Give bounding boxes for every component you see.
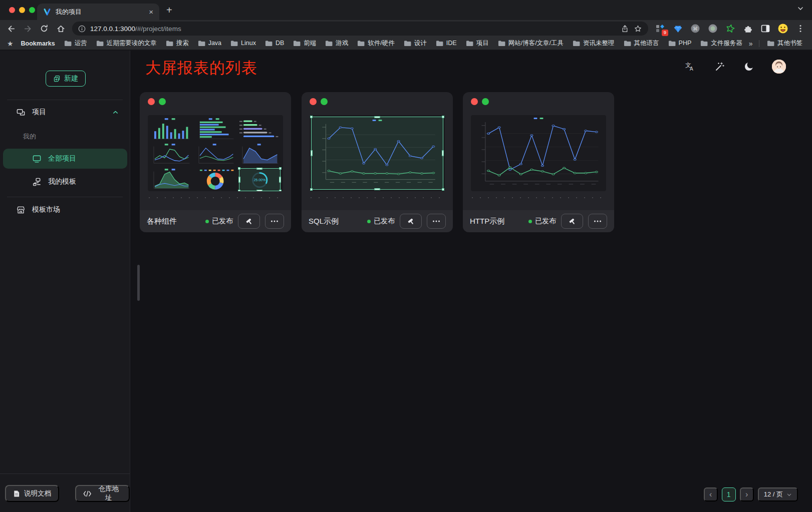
bookmark-folder[interactable]: 文件服务器	[698, 39, 745, 49]
sidebar-item-my-templates[interactable]: 我的模板	[0, 173, 130, 191]
bookmarks-star-icon[interactable]: ★	[7, 40, 14, 48]
sidebar-item-all-projects[interactable]: 全部项目	[3, 149, 127, 169]
more-options-button[interactable]	[265, 214, 284, 229]
bookmark-folder[interactable]: 近期需要读的文章	[94, 39, 159, 49]
site-info-icon[interactable]	[78, 25, 86, 33]
current-page-button[interactable]: 1	[722, 487, 736, 501]
bookmark-folder[interactable]: 其他语言	[621, 39, 662, 49]
card-title: SQL示例	[309, 217, 339, 226]
bookmark-folder[interactable]: 项目	[463, 39, 491, 49]
more-options-button[interactable]	[427, 214, 446, 229]
bookmark-folder[interactable]: Linux	[228, 39, 258, 48]
user-avatar[interactable]	[772, 60, 786, 74]
browser-toolbar: 127.0.0.1:3000/#/project/items 9 ⌘	[0, 20, 812, 37]
edit-hammer-button[interactable]	[400, 214, 422, 229]
gem-extension-icon[interactable]	[672, 23, 683, 34]
repo-button[interactable]: 仓库地址	[75, 485, 130, 502]
macos-close-button[interactable]	[9, 7, 15, 13]
bookmark-folder[interactable]: 前端	[291, 39, 319, 49]
home-icon[interactable]	[56, 24, 66, 34]
record-circle-extension-icon[interactable]	[707, 23, 718, 34]
line-chart	[319, 122, 439, 185]
mini-area-chart-blue	[238, 143, 281, 167]
edit-hammer-button[interactable]	[238, 214, 260, 229]
hammer-icon	[407, 217, 415, 226]
card-footer: SQL示例 已发布	[302, 210, 453, 232]
puzzle-extensions-icon[interactable]	[742, 23, 753, 34]
next-page-button[interactable]: ›	[740, 487, 754, 501]
chevron-up-icon[interactable]	[112, 109, 119, 116]
macos-minimize-button[interactable]	[19, 7, 25, 13]
tab-strip: 我的项目 × +	[0, 0, 812, 20]
bookmark-folder[interactable]: Java	[195, 39, 224, 48]
dark-mode-moon-icon[interactable]	[742, 60, 755, 73]
project-card-sql[interactable]: SQL示例 已发布	[302, 92, 453, 232]
mini-donut-chart	[194, 168, 236, 191]
command-circle-extension-icon[interactable]: ⌘	[690, 23, 701, 34]
content-scrollbar[interactable]	[137, 265, 140, 301]
bookmark-folder[interactable]: 网站/博客/文章/工具	[495, 39, 566, 49]
folder-icon	[357, 40, 365, 47]
bookmark-folder[interactable]: 运营	[62, 39, 90, 49]
url-path: /#/project/items	[135, 25, 181, 33]
magic-wand-icon[interactable]	[713, 60, 726, 73]
forward-icon[interactable]	[23, 24, 33, 34]
green-star-extension-icon[interactable]	[725, 23, 736, 34]
header-icons: 文A	[683, 60, 786, 74]
goview-app: 新建 项目 我的 全部项目	[0, 51, 812, 512]
language-translate-icon[interactable]: 文A	[683, 60, 696, 73]
extension-badge: 9	[662, 30, 668, 36]
card-dotted-divider	[311, 197, 444, 198]
bookmarks-label[interactable]: Bookmarks	[19, 39, 58, 48]
docs-button[interactable]: 说明文档	[5, 485, 59, 502]
emoji-profile-icon[interactable]	[777, 23, 788, 34]
bookmark-folder[interactable]: 游戏	[323, 39, 351, 49]
prev-page-button[interactable]: ‹	[704, 487, 718, 501]
pagination: ‹ 1 › 12 / 页	[704, 487, 798, 501]
side-panel-icon[interactable]	[760, 23, 771, 34]
back-icon[interactable]	[6, 24, 16, 34]
gauge-value: 25.00%	[239, 178, 280, 182]
project-card-http[interactable]: HTTP示例 已发布	[463, 92, 614, 232]
card-footer: 各种组件 已发布	[140, 210, 291, 232]
tab-search-chevron-icon[interactable]	[797, 5, 804, 14]
macos-zoom-button[interactable]	[29, 7, 35, 13]
new-project-button[interactable]: 新建	[46, 71, 86, 87]
sidebar-item-template-market[interactable]: 模板市场	[0, 201, 130, 219]
sidebar-section-project[interactable]: 项目	[0, 103, 130, 121]
bookmark-folder[interactable]: DB	[262, 39, 287, 48]
bookmark-folder[interactable]: 搜索	[163, 39, 191, 49]
other-bookmarks-folder[interactable]: 其他书签	[764, 39, 805, 49]
browser-menu-dots-icon[interactable]	[795, 23, 806, 34]
content-area: 大屏报表的列表 文A	[131, 51, 812, 512]
new-tab-button[interactable]: +	[166, 5, 172, 16]
bookmark-folder[interactable]: 设计	[401, 39, 429, 49]
more-options-button[interactable]	[588, 214, 607, 229]
reload-icon[interactable]	[39, 24, 49, 34]
address-bar[interactable]: 127.0.0.1:3000/#/project/items	[72, 22, 648, 36]
bookmark-folder[interactable]: 资讯未整理	[570, 39, 617, 49]
folder-icon	[265, 40, 273, 47]
edit-hammer-button[interactable]	[561, 214, 583, 229]
mini-line-chart	[194, 143, 236, 167]
folder-icon	[293, 40, 301, 47]
tab-close-icon[interactable]: ×	[149, 8, 153, 16]
folder-icon	[767, 40, 774, 47]
bookmark-folder[interactable]: PHP	[666, 39, 694, 48]
sidebar-group-mine: 我的	[23, 132, 36, 141]
page-size-select[interactable]: 12 / 页	[758, 487, 798, 501]
bookmark-folder[interactable]: 软件/硬件	[355, 39, 397, 49]
extension-grid-icon[interactable]: 9	[655, 23, 666, 34]
browser-tab[interactable]: 我的项目 ×	[37, 4, 159, 20]
copy-plus-icon	[53, 75, 61, 83]
card-title: 各种组件	[147, 217, 177, 226]
project-card-components[interactable]: 25.00% 各种组件 已发布	[140, 92, 291, 232]
bookmarks-overflow-chevron[interactable]: »	[749, 40, 753, 48]
bookmark-folder[interactable]: IDE	[433, 39, 459, 48]
folder-icon	[325, 40, 333, 47]
svg-text:⌘: ⌘	[693, 26, 698, 32]
chevron-down-icon	[786, 492, 792, 497]
bookmark-star-icon[interactable]	[634, 25, 642, 33]
hammer-icon	[245, 217, 253, 226]
share-icon[interactable]	[621, 25, 629, 33]
